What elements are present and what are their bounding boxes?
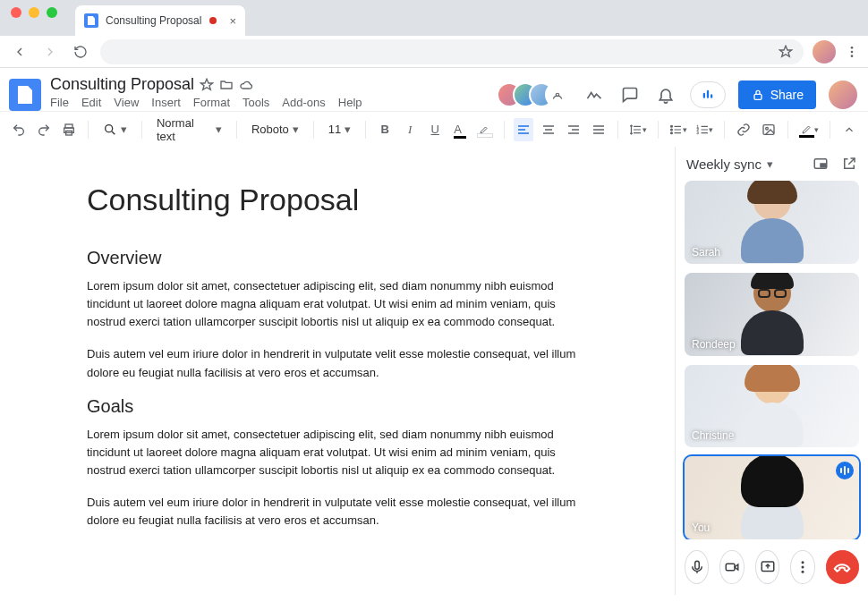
redo-button[interactable] bbox=[34, 118, 54, 141]
video-tile[interactable]: Rondeep bbox=[685, 273, 859, 356]
menu-tools[interactable]: Tools bbox=[243, 96, 269, 109]
collaborator-overflow[interactable] bbox=[545, 82, 570, 107]
menu-bar: File Edit View Insert Format Tools Add-o… bbox=[50, 96, 362, 109]
window-minimize-button[interactable] bbox=[29, 7, 39, 18]
svg-rect-18 bbox=[763, 124, 774, 134]
comments-icon[interactable] bbox=[618, 83, 642, 106]
browser-reload-button[interactable] bbox=[70, 41, 91, 63]
browser-tab-strip: Consulting Proposal × bbox=[0, 0, 868, 36]
window-controls bbox=[0, 7, 68, 29]
toggle-mic-button[interactable] bbox=[685, 550, 709, 584]
underline-button[interactable]: U bbox=[425, 118, 445, 141]
toggle-camera-button[interactable] bbox=[719, 550, 744, 584]
notifications-icon[interactable] bbox=[654, 83, 677, 106]
undo-button[interactable] bbox=[9, 118, 29, 141]
bookmark-star-icon[interactable] bbox=[779, 45, 793, 59]
menu-edit[interactable]: Edit bbox=[81, 96, 101, 109]
doc-heading-2[interactable]: Overview bbox=[87, 248, 588, 268]
window-close-button[interactable] bbox=[11, 7, 21, 18]
insert-link-button[interactable] bbox=[734, 118, 753, 141]
collapse-toolbar-button[interactable] bbox=[839, 118, 859, 141]
browser-toolbar bbox=[0, 36, 868, 68]
svg-point-26 bbox=[801, 566, 804, 569]
doc-paragraph[interactable]: Lorem ipsum dolor sit amet, consectetuer… bbox=[87, 277, 588, 331]
italic-button[interactable]: I bbox=[400, 118, 420, 141]
svg-rect-21 bbox=[821, 164, 825, 167]
browser-forward-button[interactable] bbox=[39, 41, 61, 63]
menu-insert[interactable]: Insert bbox=[151, 96, 181, 109]
align-right-button[interactable] bbox=[564, 118, 583, 141]
video-tile[interactable]: Christine bbox=[685, 365, 859, 448]
doc-paragraph[interactable]: Lorem ipsum dolor sit amet, consectetuer… bbox=[87, 426, 588, 479]
browser-menu-button[interactable] bbox=[845, 45, 859, 59]
line-spacing-button[interactable]: ▾ bbox=[627, 118, 649, 141]
popout-icon[interactable] bbox=[841, 156, 857, 172]
meeting-dropdown-icon[interactable]: ▾ bbox=[767, 157, 773, 171]
tab-title: Consulting Proposal bbox=[106, 14, 201, 27]
star-document-icon[interactable] bbox=[200, 78, 214, 92]
menu-addons[interactable]: Add-ons bbox=[282, 96, 325, 109]
cloud-status-icon[interactable] bbox=[239, 78, 253, 92]
align-justify-button[interactable] bbox=[589, 118, 608, 141]
editing-mode-dropdown[interactable]: ▾ bbox=[797, 118, 821, 141]
font-size-dropdown[interactable]: 11▾ bbox=[323, 123, 356, 136]
svg-point-25 bbox=[801, 561, 804, 564]
menu-file[interactable]: File bbox=[50, 96, 69, 109]
meeting-title[interactable]: Weekly sync bbox=[686, 157, 762, 172]
window-maximize-button[interactable] bbox=[47, 7, 57, 18]
browser-profile-avatar[interactable] bbox=[813, 40, 836, 64]
document-page[interactable]: Consulting Proposal Overview Lorem ipsum… bbox=[87, 182, 588, 595]
speaking-indicator-icon bbox=[836, 462, 854, 479]
menu-view[interactable]: View bbox=[114, 96, 139, 109]
participant-name: Sarah bbox=[692, 246, 720, 259]
svg-rect-6 bbox=[711, 94, 712, 98]
text-color-button[interactable]: A bbox=[450, 118, 470, 141]
share-button-label: Share bbox=[770, 88, 804, 102]
svg-point-19 bbox=[766, 127, 769, 130]
insert-image-button[interactable] bbox=[759, 118, 779, 141]
numbered-list-button[interactable]: 123▾ bbox=[694, 118, 716, 141]
more-options-button[interactable] bbox=[790, 550, 814, 584]
document-title[interactable]: Consulting Proposal bbox=[50, 75, 194, 94]
menu-format[interactable]: Format bbox=[193, 96, 230, 109]
align-left-button[interactable] bbox=[514, 118, 533, 141]
svg-point-12 bbox=[670, 125, 672, 127]
document-canvas[interactable]: Consulting Proposal Overview Lorem ipsum… bbox=[0, 147, 675, 595]
svg-rect-5 bbox=[707, 90, 709, 98]
account-avatar[interactable] bbox=[829, 81, 857, 109]
bold-button[interactable]: B bbox=[375, 118, 395, 141]
picture-in-picture-icon[interactable] bbox=[813, 156, 829, 172]
svg-rect-22 bbox=[694, 561, 699, 569]
unsaved-indicator-icon bbox=[209, 17, 217, 24]
svg-point-1 bbox=[851, 50, 854, 53]
video-tile[interactable]: Sarah bbox=[685, 181, 859, 264]
leave-call-button[interactable] bbox=[826, 550, 859, 584]
move-document-icon[interactable] bbox=[219, 78, 234, 92]
participant-name: Rondeep bbox=[692, 338, 736, 351]
doc-paragraph[interactable]: Duis autem vel eum iriure dolor in hendr… bbox=[87, 494, 588, 530]
doc-heading-1[interactable]: Consulting Proposal bbox=[87, 182, 588, 217]
font-family-dropdown[interactable]: Roboto▾ bbox=[246, 123, 304, 136]
print-button[interactable] bbox=[59, 118, 79, 141]
paragraph-style-dropdown[interactable]: Normal text▾ bbox=[151, 116, 227, 143]
doc-paragraph[interactable]: Duis autem vel eum iriure dolor in hendr… bbox=[87, 345, 588, 381]
share-button[interactable]: Share bbox=[738, 81, 816, 109]
collaborator-facepile[interactable] bbox=[506, 82, 570, 107]
svg-rect-7 bbox=[754, 94, 762, 99]
address-bar[interactable] bbox=[100, 39, 804, 64]
doc-heading-2[interactable]: Goals bbox=[87, 396, 588, 417]
browser-tab[interactable]: Consulting Proposal × bbox=[75, 5, 245, 36]
svg-point-0 bbox=[851, 47, 854, 49]
tab-close-button[interactable]: × bbox=[229, 14, 236, 28]
zoom-dropdown[interactable]: ▾ bbox=[98, 123, 132, 137]
menu-help[interactable]: Help bbox=[338, 96, 362, 109]
present-screen-button[interactable] bbox=[755, 550, 779, 584]
highlight-color-button[interactable] bbox=[475, 118, 495, 141]
meet-in-doc-button[interactable] bbox=[690, 81, 726, 108]
docs-home-icon[interactable] bbox=[9, 79, 41, 111]
activity-icon[interactable] bbox=[583, 83, 606, 106]
video-tile-self[interactable]: You bbox=[685, 456, 859, 539]
bulleted-list-button[interactable]: ▾ bbox=[668, 118, 689, 141]
align-center-button[interactable] bbox=[539, 118, 558, 141]
browser-back-button[interactable] bbox=[9, 41, 30, 63]
